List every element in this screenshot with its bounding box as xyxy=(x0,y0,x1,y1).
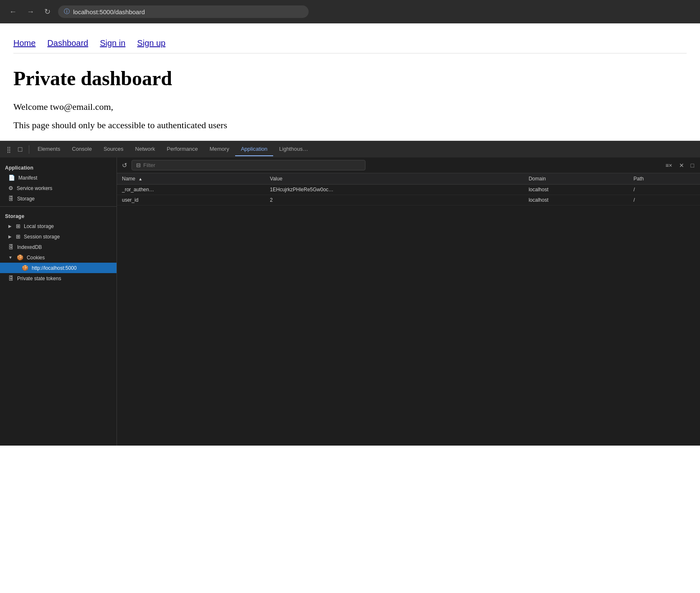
sidebar-manifest-label: Manifest xyxy=(18,175,37,181)
tab-divider xyxy=(29,145,29,154)
cookies-table-scroll: Name ▲ Value Domain Path _ror_authen… 1E… xyxy=(117,173,700,446)
sidebar-item-cookies[interactable]: ▼ 🍪 Cookies xyxy=(0,252,117,263)
tab-sources[interactable]: Sources xyxy=(98,142,129,156)
nav-signin[interactable]: Sign in xyxy=(100,38,125,48)
sidebar-item-service-workers[interactable]: ⚙ Service workers xyxy=(0,183,117,193)
local-storage-icon: ⊞ xyxy=(16,223,20,229)
address-bar[interactable]: ⓘ localhost:5000/dashboard xyxy=(58,5,309,18)
page-title: Private dashboard xyxy=(13,67,687,90)
devtools-tabbar: ⣿ ☐ Elements Console Sources Network Per… xyxy=(0,141,700,157)
indexeddb-icon: 🗄 xyxy=(8,244,14,250)
filter-refresh-button[interactable]: ↺ xyxy=(120,161,129,170)
page-welcome: Welcome two@email.com, xyxy=(13,101,687,112)
sidebar-session-storage-label: Session storage xyxy=(24,234,60,240)
nav-home[interactable]: Home xyxy=(13,38,36,48)
sidebar-storage-label: Storage xyxy=(17,196,35,202)
nav-signup[interactable]: Sign up xyxy=(137,38,165,48)
local-storage-arrow: ▶ xyxy=(8,224,12,228)
page-description: This page should only be accessible to a… xyxy=(13,120,687,131)
url-text: localhost:5000/dashboard xyxy=(73,8,145,15)
cookie-name-2: user_id xyxy=(117,195,265,205)
sidebar-section-storage: Storage xyxy=(0,209,117,221)
sidebar-separator xyxy=(0,206,117,207)
cookie-value-1: 1EHcujrkzPHleRe5Gw0oc… xyxy=(265,185,523,195)
cookie-path-1: / xyxy=(629,185,700,195)
tab-console[interactable]: Console xyxy=(66,142,98,156)
table-row[interactable]: user_id 2 localhost / xyxy=(117,195,700,205)
cookies-arrow: ▼ xyxy=(8,255,13,260)
reload-button[interactable]: ↻ xyxy=(42,5,53,18)
filter-expand-button[interactable]: □ xyxy=(688,161,697,170)
storage-icon: 🗄 xyxy=(8,195,14,202)
service-workers-icon: ⚙ xyxy=(8,185,13,191)
table-row[interactable]: _ror_authen… 1EHcujrkzPHleRe5Gw0oc… loca… xyxy=(117,185,700,195)
sidebar-item-storage[interactable]: 🗄 Storage xyxy=(0,193,117,204)
back-button[interactable]: ← xyxy=(7,6,19,18)
info-icon: ⓘ xyxy=(64,8,70,15)
sidebar-local-storage-label: Local storage xyxy=(24,223,54,229)
tab-application[interactable]: Application xyxy=(235,142,274,156)
sidebar-item-manifest[interactable]: 📄 Manifest xyxy=(0,172,117,183)
filter-actions: ≡× ✕ □ xyxy=(663,161,697,170)
sidebar-service-workers-label: Service workers xyxy=(17,185,52,191)
cookies-folder-icon: 🍪 xyxy=(17,254,23,261)
nav-dashboard[interactable]: Dashboard xyxy=(47,38,88,48)
webpage-content: Home Dashboard Sign in Sign up Private d… xyxy=(0,23,700,141)
sidebar-indexeddb-label: IndexedDB xyxy=(17,244,42,250)
cookie-domain-1: localhost xyxy=(524,185,629,195)
sidebar-item-indexeddb[interactable]: 🗄 IndexedDB xyxy=(0,242,117,252)
tab-performance[interactable]: Performance xyxy=(161,142,203,156)
devtools-responsive-button[interactable]: ☐ xyxy=(14,144,26,155)
col-domain[interactable]: Domain xyxy=(524,173,629,185)
devtools-main-panel: ↺ ⊟ ≡× ✕ □ Name xyxy=(117,157,700,446)
forward-button[interactable]: → xyxy=(24,6,37,18)
col-value[interactable]: Value xyxy=(265,173,523,185)
sidebar-private-state-label: Private state tokens xyxy=(17,276,61,281)
sort-icon: ▲ xyxy=(138,177,142,181)
tab-lighthouse[interactable]: Lighthous… xyxy=(273,142,314,156)
cookie-path-2: / xyxy=(629,195,700,205)
tab-elements[interactable]: Elements xyxy=(32,142,66,156)
devtools-panel: ⣿ ☐ Elements Console Sources Network Per… xyxy=(0,141,700,446)
manifest-icon: 📄 xyxy=(8,175,15,181)
session-storage-arrow: ▶ xyxy=(8,234,12,239)
session-storage-icon: ⊞ xyxy=(16,233,20,240)
col-path[interactable]: Path xyxy=(629,173,700,185)
tab-memory[interactable]: Memory xyxy=(204,142,235,156)
cookie-name-1: _ror_authen… xyxy=(117,185,265,195)
sidebar-localhost-label: http://localhost:5000 xyxy=(32,265,76,271)
devtools-body: Application 📄 Manifest ⚙ Service workers… xyxy=(0,157,700,446)
sidebar-cookies-label: Cookies xyxy=(27,255,45,261)
filter-clear-columns-button[interactable]: ≡× xyxy=(663,161,675,170)
devtools-inspect-button[interactable]: ⣿ xyxy=(3,144,14,155)
tab-network[interactable]: Network xyxy=(129,142,161,156)
filter-input-wrapper: ⊟ xyxy=(132,160,365,170)
localhost-cookie-icon: 🍪 xyxy=(22,265,28,271)
page-content: Private dashboard Welcome two@email.com,… xyxy=(13,53,687,141)
sidebar-section-application: Application xyxy=(0,161,117,172)
private-state-icon: 🗄 xyxy=(8,275,14,281)
nav-links: Home Dashboard Sign in Sign up xyxy=(13,33,687,53)
cookie-value-2: 2 xyxy=(265,195,523,205)
sidebar-item-session-storage[interactable]: ▶ ⊞ Session storage xyxy=(0,231,117,242)
cookies-table: Name ▲ Value Domain Path _ror_authen… 1E… xyxy=(117,173,700,205)
filter-close-button[interactable]: ✕ xyxy=(677,161,687,170)
sidebar-item-private-state-tokens[interactable]: 🗄 Private state tokens xyxy=(0,273,117,284)
filter-icon: ⊟ xyxy=(136,162,141,168)
devtools-sidebar: Application 📄 Manifest ⚙ Service workers… xyxy=(0,157,117,446)
filter-bar: ↺ ⊟ ≡× ✕ □ xyxy=(117,157,700,173)
cookie-domain-2: localhost xyxy=(524,195,629,205)
filter-input[interactable] xyxy=(143,162,361,168)
browser-chrome: ← → ↻ ⓘ localhost:5000/dashboard xyxy=(0,0,700,23)
sidebar-item-local-storage[interactable]: ▶ ⊞ Local storage xyxy=(0,221,117,231)
col-name[interactable]: Name ▲ xyxy=(117,173,265,185)
sidebar-item-localhost-cookies[interactable]: 🍪 http://localhost:5000 xyxy=(0,263,117,273)
